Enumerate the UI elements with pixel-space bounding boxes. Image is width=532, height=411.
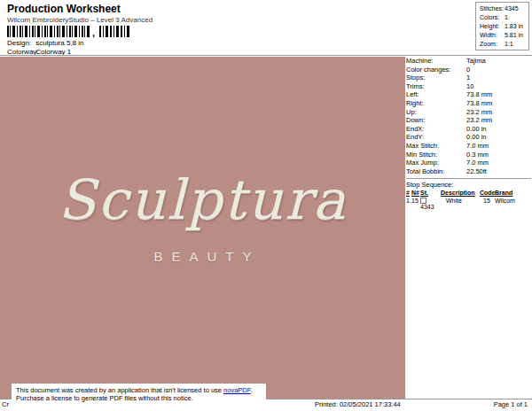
machine-info-value: 23.2 mm (466, 116, 492, 124)
machine-info-value: 1 (466, 74, 470, 81)
summary-value: 5.81 in (505, 32, 523, 38)
machine-info-label: Trims: (406, 82, 466, 90)
page-title: Production Worksheet (7, 3, 121, 15)
production-worksheet-page: Production Worksheet Wilcom EmbroiderySt… (0, 0, 532, 411)
machine-info-value: 0.3 mm (466, 151, 489, 159)
stop-brand: Wilcom (495, 198, 531, 204)
col-header-brand: Brand (495, 190, 531, 196)
stop-stitches: 4343 (420, 198, 441, 210)
printed-timestamp: Printed: 02/05/2021 17:33:44 (315, 400, 401, 408)
barcode-segment-left (7, 26, 91, 37)
summary-row: Zoom: 1:1 (480, 41, 528, 50)
stop-sequence-title: Stop Sequence: (406, 181, 531, 190)
stop-code: 15 (480, 198, 495, 204)
machine-info-row: Machine: Tajima (406, 57, 531, 66)
summary-value: 1.83 in (505, 23, 523, 29)
machine-info-row: Down: 23.2 mm (406, 116, 531, 125)
machine-info-label: Machine: (406, 57, 466, 65)
header-separator (0, 55, 532, 56)
stop-needle: 15 (411, 198, 420, 204)
license-notice-line1: This document was created by an applicat… (16, 386, 266, 394)
machine-info-value: 0.00 in (466, 125, 487, 133)
machine-info-value: 73.8 mm (466, 90, 492, 98)
machine-info-row: Total Bobbin: 22.50ft (406, 167, 531, 176)
summary-row: Width: 5.81 in (480, 32, 528, 41)
summary-row: Height: 1.83 in (480, 23, 528, 32)
summary-label: Stitches: (480, 5, 505, 12)
machine-info-label: Left: (406, 90, 466, 98)
stop-sequence-row: 1. 15 4343 White 15 Wilcom (406, 198, 531, 206)
machine-info-label: Stops: (406, 74, 466, 81)
design-preview: Sculptura BEAUTY (0, 57, 405, 399)
design-script-text: Sculptura (0, 173, 405, 228)
summary-label: Zoom: (480, 41, 505, 47)
design-label: Design: (7, 39, 34, 47)
machine-info-label: Total Bobbin: (406, 167, 466, 175)
machine-info-row: EndY: 0.00 in (406, 133, 531, 142)
summary-row: Stitches: 4345 (480, 5, 528, 14)
summary-label: Colors: (480, 14, 505, 20)
summary-value: 1 (505, 14, 508, 20)
machine-info-label: EndY: (406, 133, 466, 141)
license-notice: This document was created by an applicat… (12, 384, 266, 408)
barcode-comma: , (92, 27, 95, 38)
design-name-row: Design: sculptura 5,8 in (7, 39, 84, 47)
footer-clipped-text: Cr (2, 400, 9, 408)
summary-label: Height: (480, 23, 505, 29)
machine-info-label: Min Stitch: (406, 151, 466, 159)
machine-info-row: Trims: 10 (406, 82, 531, 91)
machine-info-row: Color changes: 0 (406, 66, 531, 74)
machine-info-label: Right: (406, 99, 466, 107)
machine-info-value: 22.50ft (466, 167, 487, 175)
machine-info-row: EndX: 0.00 in (406, 125, 531, 134)
machine-info-label: Max Stitch: (406, 142, 466, 150)
machine-info-row: Up: 23.2 mm (406, 108, 531, 117)
notice-text-prefix: This document was created by an applicat… (16, 386, 223, 394)
stop-sequence-header-row: # N# St. Description Code Brand (406, 190, 531, 198)
notice-text-suffix: . (251, 386, 253, 394)
machine-info-value: 7.0 mm (466, 142, 489, 150)
summary-value: 4345 (505, 5, 519, 12)
summary-value: 1:1 (505, 41, 513, 47)
design-caps-text: BEAUTY (0, 249, 405, 264)
col-header-stitches: St. (420, 190, 441, 196)
machine-info-label: Up: (406, 108, 466, 116)
machine-info-label: Down: (406, 116, 466, 124)
novapdf-link[interactable]: novaPDF (223, 386, 250, 394)
machine-info-value: 73.8 mm (466, 99, 492, 107)
machine-info-row: Min Stitch: 0.3 mm (406, 151, 531, 159)
design-value: sculptura 5,8 in (35, 39, 83, 47)
machine-info-label: Max Jump: (406, 159, 466, 167)
machine-info-row: Right: 73.8 mm (406, 99, 531, 108)
design-summary-box: Stitches: 4345 Colors: 1 Height: 1.83 in… (475, 2, 529, 50)
machine-info-value: 0.00 in (466, 133, 487, 141)
license-notice-line2: Purchase a license to generate PDF files… (16, 394, 266, 402)
barcode-segment-right (99, 26, 129, 37)
machine-info-value: 0 (466, 66, 470, 74)
machine-info-label: EndX: (406, 125, 466, 133)
stop-stitch-count: 4343 (420, 204, 434, 210)
machine-info-row: Stops: 1 (406, 74, 531, 82)
design-barcode: , (7, 26, 131, 37)
machine-info-value: 10 (466, 82, 473, 90)
panel-separator (406, 178, 531, 179)
page-number: Page 1 of 1 (494, 400, 528, 408)
machine-info-row: Left: 73.8 mm (406, 90, 531, 99)
machine-info-label: Color changes: (406, 66, 466, 74)
machine-info-panel: Machine: Tajima Color changes: 0 Stops: … (406, 57, 531, 206)
stop-description: White (441, 198, 480, 204)
machine-info-value: Tajima (466, 57, 486, 65)
machine-info-value: 23.2 mm (466, 108, 492, 116)
machine-info-rows: Machine: Tajima Color changes: 0 Stops: … (406, 57, 531, 175)
col-header-description: Description (441, 190, 480, 196)
summary-row: Colors: 1 (480, 14, 528, 23)
col-header-needle: N# (411, 190, 420, 196)
col-header-code: Code (480, 190, 495, 196)
thread-color-swatch (420, 198, 426, 204)
summary-label: Width: (480, 32, 505, 38)
machine-info-value: 7.0 mm (466, 159, 489, 167)
machine-info-row: Max Stitch: 7.0 mm (406, 142, 531, 151)
machine-info-row: Max Jump: 7.0 mm (406, 159, 531, 167)
app-subtitle: Wilcom EmbroideryStudio – Level 3 Advanc… (7, 16, 153, 24)
